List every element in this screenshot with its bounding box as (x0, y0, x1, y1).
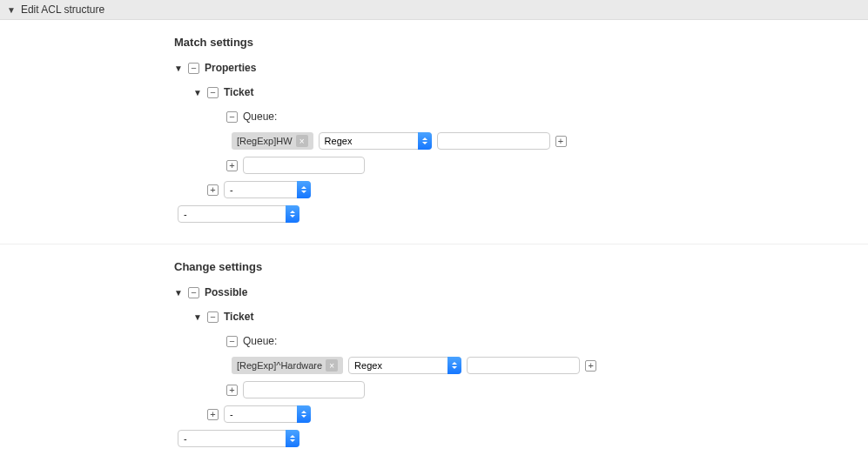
caret-down-icon[interactable]: ▼ (193, 88, 202, 97)
add-icon[interactable]: + (207, 184, 219, 196)
match-settings-section: Match settings ▼ − Properties ▼ − Ticket… (0, 20, 868, 244)
root-select-wrap: - (178, 430, 299, 447)
ticket-label: Ticket (224, 311, 253, 323)
ticket-row: ▼ − Ticket (193, 82, 859, 103)
add-field-row: + - (193, 179, 859, 200)
possible-row: ▼ − Possible (174, 282, 859, 303)
add-icon[interactable]: + (226, 385, 238, 396)
possible-label: Possible (205, 286, 247, 298)
add-field-row: + - (193, 404, 859, 425)
properties-label: Properties (205, 62, 256, 74)
ticket-row: ▼ − Ticket (193, 306, 859, 327)
queue-value-row: [RegExp]^Hardware × Regex + (232, 355, 859, 376)
add-root-row: - (178, 428, 859, 449)
add-icon[interactable]: + (585, 360, 596, 372)
regex-select-wrap: Regex (319, 132, 432, 150)
change-settings-title: Change settings (174, 260, 859, 273)
tag-text: [RegExp]^Hardware (237, 360, 322, 371)
collapse-caret-icon: ▼ (7, 5, 16, 15)
new-value-input[interactable] (243, 381, 365, 398)
queue-row: − Queue: (212, 331, 859, 352)
add-icon[interactable]: + (226, 160, 238, 171)
panel-title: Edit ACL structure (21, 3, 104, 16)
remove-icon[interactable]: − (188, 287, 199, 298)
remove-icon[interactable]: − (207, 87, 219, 98)
root-select[interactable]: - (178, 430, 299, 447)
field-select-wrap: - (224, 405, 311, 423)
add-value-row: + (212, 155, 859, 176)
add-value-row: + (212, 379, 859, 400)
caret-down-icon[interactable]: ▼ (193, 312, 202, 322)
queue-label: Queue: (243, 110, 277, 123)
field-select-wrap: - (224, 181, 311, 198)
root-select[interactable]: - (178, 205, 299, 223)
field-select[interactable]: - (224, 405, 311, 423)
match-settings-title: Match settings (174, 36, 859, 49)
remove-icon[interactable]: − (188, 63, 199, 74)
properties-row: ▼ − Properties (174, 57, 859, 78)
remove-icon[interactable]: − (226, 111, 238, 123)
regex-select[interactable]: Regex (348, 357, 461, 374)
remove-icon[interactable]: − (226, 336, 238, 347)
panel-header[interactable]: ▼ Edit ACL structure (0, 0, 868, 20)
tag-text: [RegExp]HW (237, 136, 293, 146)
regexp-tag: [RegExp]HW × (232, 132, 313, 150)
regex-value-input[interactable] (437, 132, 550, 150)
ticket-label: Ticket (224, 86, 253, 98)
root-select-wrap: - (178, 205, 299, 223)
queue-row: − Queue: (212, 106, 859, 127)
regex-value-input[interactable] (467, 357, 580, 374)
caret-down-icon[interactable]: ▼ (174, 64, 183, 73)
add-icon[interactable]: + (555, 136, 567, 147)
field-select[interactable]: - (224, 181, 311, 198)
new-value-input[interactable] (243, 157, 365, 174)
regex-select[interactable]: Regex (319, 132, 432, 150)
add-icon[interactable]: + (207, 409, 219, 420)
regexp-tag: [RegExp]^Hardware × (232, 357, 343, 374)
change-settings-section: Change settings ▼ − Possible ▼ − Ticket … (0, 244, 868, 462)
tag-remove-icon[interactable]: × (326, 359, 338, 372)
tag-remove-icon[interactable]: × (296, 135, 308, 147)
remove-icon[interactable]: − (207, 311, 219, 323)
add-root-row: - (178, 204, 859, 224)
caret-down-icon[interactable]: ▼ (174, 288, 183, 298)
queue-label: Queue: (243, 335, 277, 347)
regex-select-wrap: Regex (348, 357, 461, 374)
queue-value-row: [RegExp]HW × Regex + (232, 131, 859, 151)
